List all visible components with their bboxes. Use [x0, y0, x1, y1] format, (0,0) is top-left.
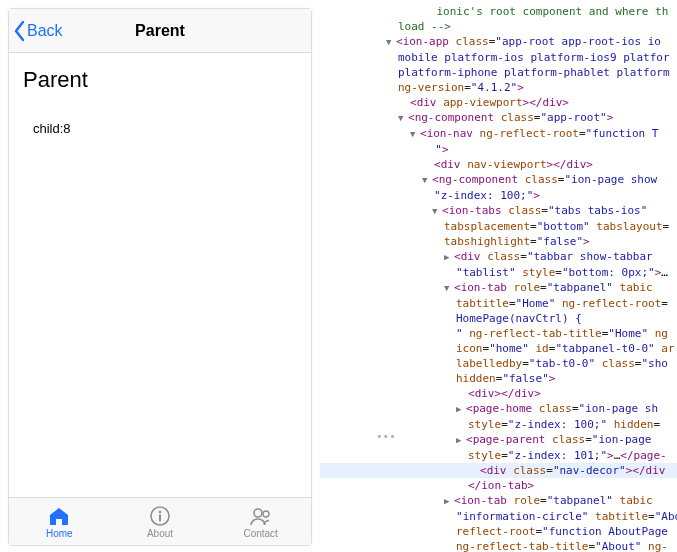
- svg-rect-2: [159, 514, 161, 521]
- phone-preview: Back Parent Parent child:8 Home: [8, 8, 312, 546]
- tab-contact[interactable]: Contact: [210, 498, 311, 545]
- chevron-left-icon: [13, 20, 27, 42]
- svg-point-3: [254, 509, 262, 517]
- tab-label: Contact: [243, 528, 277, 539]
- ellipsis-icon: •••: [376, 429, 394, 444]
- back-button[interactable]: Back: [9, 20, 63, 42]
- contacts-icon: [249, 505, 273, 527]
- page-content: Parent child:8: [9, 53, 311, 497]
- child-text: child:8: [33, 121, 299, 136]
- page-title: Parent: [23, 67, 299, 93]
- svg-point-1: [159, 510, 162, 513]
- tab-label: Home: [46, 528, 73, 539]
- tab-about[interactable]: About: [110, 498, 211, 545]
- devtools-elements-panel[interactable]: ionic's root component and where th load…: [320, 0, 677, 552]
- highlighted-row[interactable]: <div class="nav-decor"></div: [320, 463, 677, 478]
- back-label: Back: [27, 22, 63, 40]
- home-icon: [47, 505, 71, 527]
- tab-home[interactable]: Home: [9, 498, 110, 545]
- info-circle-icon: [148, 505, 172, 527]
- svg-point-4: [263, 511, 269, 517]
- nav-header: Back Parent: [9, 9, 311, 53]
- tab-label: About: [147, 528, 173, 539]
- tab-bar: Home About Contact: [9, 497, 311, 545]
